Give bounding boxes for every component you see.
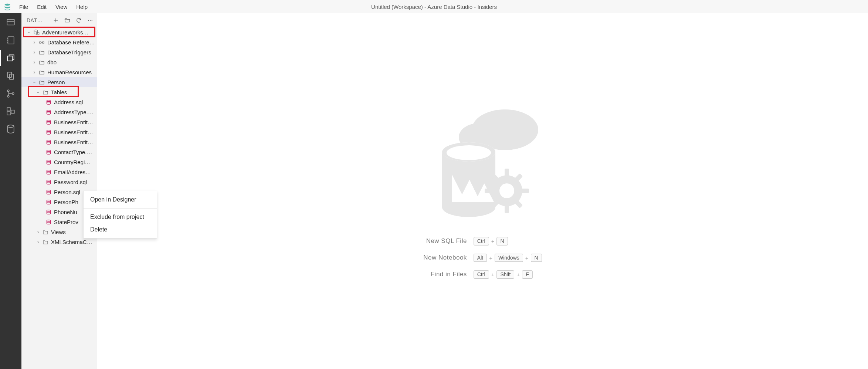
activity-connections-icon[interactable] bbox=[5, 17, 16, 28]
table-icon bbox=[45, 219, 52, 226]
plus-icon: + bbox=[491, 271, 495, 278]
tree-node[interactable]: Database Refere… bbox=[21, 37, 97, 47]
tree-node-label: Views bbox=[51, 229, 66, 235]
tree-file[interactable]: BusinessEntit… bbox=[21, 127, 97, 137]
plus-icon: + bbox=[491, 238, 495, 244]
svg-point-25 bbox=[47, 160, 50, 162]
chevron-down-icon bbox=[32, 80, 37, 85]
activity-bar bbox=[0, 13, 21, 369]
app-logo-icon bbox=[0, 3, 15, 11]
menu-bar: File Edit View Help bbox=[15, 1, 92, 12]
svg-point-26 bbox=[47, 170, 50, 172]
key: Alt bbox=[474, 254, 487, 262]
folder-icon bbox=[38, 49, 45, 56]
tree-file[interactable]: CountryRegi… bbox=[21, 157, 97, 167]
context-menu-exclude[interactable]: Exclude from project bbox=[84, 211, 157, 223]
tree-file-label: CountryRegi… bbox=[54, 159, 90, 165]
key: Ctrl bbox=[474, 270, 489, 279]
svg-point-11 bbox=[7, 125, 14, 128]
panel-header: DAT… bbox=[21, 13, 97, 27]
tree-file[interactable]: AddressType.… bbox=[21, 107, 97, 117]
svg-rect-16 bbox=[37, 32, 39, 35]
tree-file-label: BusinessEntit… bbox=[54, 129, 93, 135]
activity-extensions-icon[interactable] bbox=[5, 106, 16, 117]
tree-node[interactable]: dbo bbox=[21, 57, 97, 67]
activity-database-icon[interactable] bbox=[5, 123, 16, 135]
tree-node[interactable]: DatabaseTriggers bbox=[21, 47, 97, 57]
shortcut-label: Find in Files bbox=[423, 271, 467, 278]
tree-node[interactable]: HumanResources bbox=[21, 67, 97, 77]
svg-point-12 bbox=[88, 20, 89, 21]
chevron-right-icon bbox=[35, 230, 41, 235]
tree-file[interactable]: BusinessEntit… bbox=[21, 137, 97, 147]
tree-file[interactable]: EmailAddres… bbox=[21, 167, 97, 177]
activity-source-control-icon[interactable] bbox=[5, 88, 16, 99]
table-icon bbox=[45, 119, 52, 126]
tree-file-label: PhoneNu bbox=[54, 209, 77, 215]
menu-help[interactable]: Help bbox=[72, 1, 92, 12]
svg-point-20 bbox=[47, 110, 50, 112]
table-icon bbox=[45, 159, 52, 166]
reference-icon bbox=[38, 39, 45, 46]
svg-point-21 bbox=[47, 120, 50, 122]
svg-point-31 bbox=[47, 220, 50, 221]
chevron-right-icon bbox=[35, 240, 41, 245]
svg-point-36 bbox=[447, 145, 491, 160]
folder-icon bbox=[42, 89, 49, 96]
svg-point-29 bbox=[47, 200, 50, 202]
menu-file[interactable]: File bbox=[15, 1, 33, 12]
tree-file[interactable]: BusinessEntit… bbox=[21, 117, 97, 127]
activity-notebooks-icon[interactable] bbox=[5, 35, 16, 46]
tree-file[interactable]: Address.sql bbox=[21, 97, 97, 107]
tree-file-label: Person.sql bbox=[54, 189, 80, 195]
open-folder-icon[interactable] bbox=[64, 17, 71, 24]
tree-node-label: DatabaseTriggers bbox=[47, 49, 91, 55]
new-project-icon[interactable] bbox=[53, 17, 59, 24]
table-icon bbox=[45, 139, 52, 146]
tree-file[interactable]: Password.sql bbox=[21, 177, 97, 187]
svg-rect-2 bbox=[7, 56, 12, 61]
shortcut-label: New Notebook bbox=[423, 254, 467, 261]
tree-file[interactable]: ContactType.… bbox=[21, 147, 97, 157]
tree-node-person[interactable]: Person bbox=[21, 77, 97, 87]
database-project-icon bbox=[33, 29, 40, 36]
menu-view[interactable]: View bbox=[51, 1, 72, 12]
tree-node-label: dbo bbox=[47, 59, 57, 65]
chevron-right-icon bbox=[32, 60, 37, 65]
tree-file-label: AddressType.… bbox=[54, 109, 94, 115]
tree-node-label: HumanResources bbox=[47, 69, 92, 75]
activity-search-icon[interactable] bbox=[5, 70, 16, 81]
shortcut-keys: Ctrl + N bbox=[474, 237, 542, 246]
editor-area: New SQL File Ctrl + N New Notebook Alt +… bbox=[97, 13, 868, 369]
table-icon bbox=[45, 199, 52, 206]
menu-edit[interactable]: Edit bbox=[33, 1, 51, 12]
chevron-right-icon bbox=[32, 50, 37, 55]
tree-file-label: ContactType.… bbox=[54, 149, 92, 155]
tree-node-label: Tables bbox=[51, 89, 67, 95]
more-icon[interactable] bbox=[87, 17, 93, 24]
svg-rect-42 bbox=[485, 189, 492, 193]
activity-explorer-icon[interactable] bbox=[5, 53, 16, 64]
svg-rect-39 bbox=[505, 169, 509, 176]
folder-icon bbox=[42, 239, 49, 246]
tree-root[interactable]: AdventureWorks… bbox=[21, 27, 97, 37]
refresh-icon[interactable] bbox=[76, 17, 82, 24]
tree-file-label: EmailAddres… bbox=[54, 169, 91, 175]
table-icon bbox=[45, 149, 52, 156]
svg-point-5 bbox=[7, 90, 9, 92]
svg-point-15 bbox=[34, 30, 37, 31]
svg-point-27 bbox=[47, 180, 50, 182]
svg-point-7 bbox=[12, 93, 14, 95]
tree-node-tables[interactable]: Tables bbox=[21, 87, 97, 97]
tree-file-label: Address.sql bbox=[54, 99, 83, 105]
svg-rect-0 bbox=[7, 19, 14, 25]
context-menu-delete[interactable]: Delete bbox=[84, 223, 157, 236]
svg-rect-9 bbox=[7, 112, 10, 115]
context-menu-open-designer[interactable]: Open in Designer bbox=[84, 193, 157, 206]
svg-rect-17 bbox=[40, 42, 41, 43]
table-icon bbox=[45, 179, 52, 186]
tree-root-label: AdventureWorks… bbox=[42, 29, 89, 35]
tree-file-label: StateProv bbox=[54, 219, 78, 225]
tree-node-xmlschema[interactable]: XMLSchemaC… bbox=[21, 237, 97, 247]
chevron-right-icon bbox=[32, 70, 37, 75]
